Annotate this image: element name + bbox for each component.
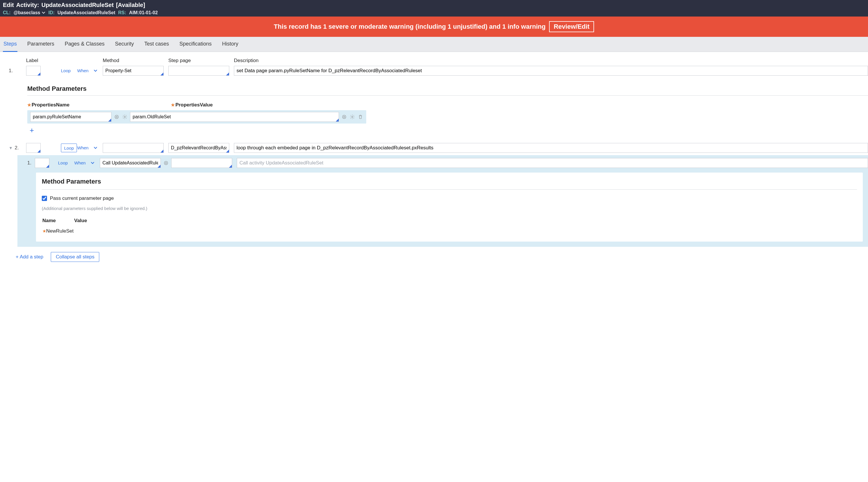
step2-when-link[interactable]: When: [77, 145, 89, 150]
step2-child-block: 1. Loop When Method Parameters Pass curr…: [18, 155, 868, 247]
mp-value-header: PropertiesValue: [175, 102, 213, 108]
add-param-row-button[interactable]: +: [30, 126, 868, 135]
svg-point-0: [115, 115, 118, 119]
step-number: 1.: [18, 160, 35, 166]
tab-pages-classes[interactable]: Pages & Classes: [64, 37, 105, 52]
review-edit-button[interactable]: Review/Edit: [549, 21, 594, 32]
col-description: Description: [234, 58, 868, 65]
step2-method-input[interactable]: [103, 143, 164, 153]
target-icon[interactable]: [163, 160, 169, 166]
child-param-value: [74, 224, 99, 234]
gear-icon[interactable]: [349, 114, 355, 120]
id-label: ID:: [49, 10, 55, 15]
pass-param-hint: (Additional parameters supplied below wi…: [42, 206, 857, 211]
rs-label: RS:: [118, 10, 126, 15]
tab-strip: Steps Parameters Pages & Classes Securit…: [0, 37, 868, 52]
svg-point-3: [342, 115, 346, 119]
step2c-method-input[interactable]: [100, 158, 161, 168]
tab-security[interactable]: Security: [114, 37, 134, 52]
rule-type: Activity:: [16, 2, 39, 8]
target-icon[interactable]: [341, 114, 347, 120]
footer-actions: + Add a step Collapse all steps: [9, 247, 868, 262]
edit-label: Edit: [3, 2, 14, 8]
tab-history[interactable]: History: [221, 37, 239, 52]
chevron-down-icon[interactable]: [93, 68, 97, 73]
rs-value: AIM:01-01-02: [129, 10, 158, 15]
warning-text: This record has 1 severe or moderate war…: [274, 23, 546, 30]
child-param-name: NewRuleSet: [46, 228, 74, 234]
mp-name-input[interactable]: [30, 112, 112, 122]
required-icon: ★: [171, 102, 175, 107]
step2c-when-link[interactable]: When: [74, 160, 86, 165]
step-number: 1.: [9, 68, 26, 74]
rule-name: UpdateAssociatedRuleSet: [41, 2, 114, 8]
step1-steppage-input[interactable]: [168, 66, 229, 76]
step1-when-link[interactable]: When: [77, 68, 89, 73]
child-method-params: Method Parameters Pass current parameter…: [36, 172, 863, 242]
mp-name-header: PropertiesName: [32, 102, 69, 108]
pass-param-checkbox[interactable]: [42, 196, 47, 201]
cl-value[interactable]: @baseclass: [13, 10, 45, 15]
divider: [27, 95, 868, 96]
step1-label-input[interactable]: [26, 66, 41, 76]
step2c-description-input[interactable]: [237, 158, 868, 168]
required-icon: ★: [42, 228, 46, 233]
mp-value-input[interactable]: [130, 112, 339, 122]
step1-method-input[interactable]: [103, 66, 164, 76]
warning-bar: This record has 1 severe or moderate war…: [0, 17, 868, 37]
svg-point-5: [352, 116, 353, 118]
svg-point-7: [165, 162, 167, 164]
rule-status: [Available]: [116, 2, 145, 8]
tab-parameters[interactable]: Parameters: [27, 37, 55, 52]
step-row: ▼ 2. Loop When: [9, 142, 868, 153]
chevron-down-icon[interactable]: [93, 146, 97, 150]
step1-description-input[interactable]: [234, 66, 868, 76]
step2c-label-input[interactable]: [35, 158, 49, 168]
table-row: ★NewRuleSet: [42, 224, 99, 234]
target-icon[interactable]: [114, 114, 120, 120]
child-param-table: Name Value ★NewRuleSet: [42, 217, 99, 235]
method-parameters-title: Method Parameters: [9, 76, 868, 95]
tab-specifications[interactable]: Specifications: [179, 37, 212, 52]
tab-test-cases[interactable]: Test cases: [144, 37, 169, 52]
gear-icon[interactable]: [122, 114, 128, 120]
step2-description-input[interactable]: [234, 143, 868, 153]
chevron-down-icon: [41, 10, 45, 15]
tab-steps[interactable]: Steps: [3, 37, 18, 52]
pass-param-row[interactable]: Pass current parameter page: [42, 195, 857, 201]
svg-point-4: [344, 116, 345, 118]
step-row: 1. Loop When: [18, 158, 868, 168]
cl-label: CL:: [3, 10, 11, 15]
child-th-name: Name: [42, 218, 74, 224]
collapse-caret-icon[interactable]: ▼: [9, 146, 13, 150]
method-param-row: [27, 110, 366, 124]
svg-point-1: [116, 116, 118, 118]
col-step-page: Step page: [168, 58, 229, 65]
method-parameters-title: Method Parameters: [42, 178, 857, 185]
steps-canvas: Label Method Step page Description 1. Lo…: [0, 52, 868, 270]
step2-steppage-input[interactable]: [168, 143, 229, 153]
step-row: 1. Loop When: [9, 65, 868, 76]
step2c-steppage-input[interactable]: [171, 158, 232, 168]
step2-label-input[interactable]: [26, 143, 41, 153]
divider: [42, 189, 857, 190]
trash-icon[interactable]: [358, 114, 363, 120]
step-number: 2.: [15, 145, 19, 151]
step1-loop-link[interactable]: Loop: [61, 68, 70, 73]
step2c-loop-link[interactable]: Loop: [58, 160, 68, 165]
svg-point-2: [124, 116, 126, 118]
rule-header: Edit Activity: UpdateAssociatedRuleSet […: [0, 0, 868, 17]
add-step-button[interactable]: + Add a step: [16, 254, 43, 260]
id-value: UpdateAssociatedRuleSet: [58, 10, 115, 15]
pass-param-label: Pass current parameter page: [50, 195, 114, 201]
child-th-value: Value: [74, 218, 99, 224]
col-method: Method: [103, 58, 164, 65]
required-icon: ★: [27, 102, 31, 107]
col-label: Label: [26, 58, 61, 65]
svg-point-6: [164, 161, 168, 165]
collapse-all-button[interactable]: Collapse all steps: [51, 252, 99, 262]
step2-loop-button[interactable]: Loop: [61, 143, 77, 152]
chevron-down-icon[interactable]: [91, 161, 95, 165]
